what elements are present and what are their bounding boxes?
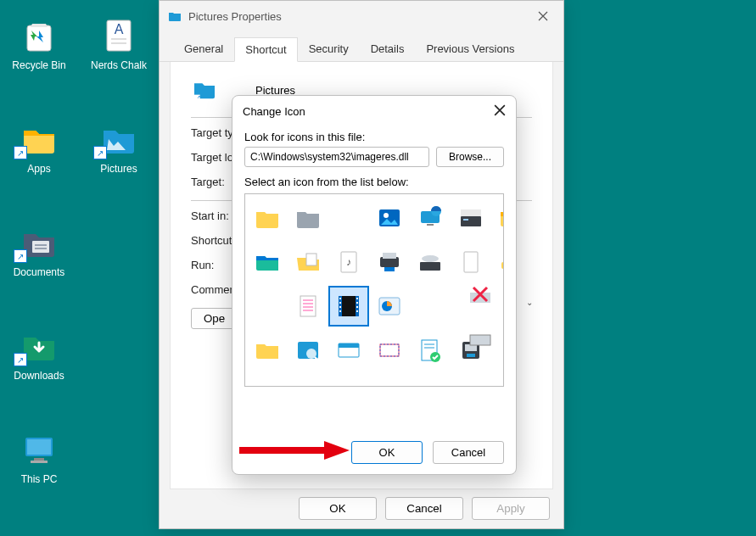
icon-option	[493, 199, 504, 237]
svg-rect-21	[463, 219, 468, 221]
tab-general[interactable]: General	[173, 36, 234, 61]
icon-option	[330, 332, 367, 369]
window-title: Pictures Properties	[188, 10, 282, 23]
change-icon-cancel-button[interactable]: Cancel	[433, 441, 504, 464]
this-pc-icon	[19, 429, 59, 470]
desktop-icon-this-pc[interactable]: This PC	[5, 429, 73, 485]
svg-point-15	[384, 213, 389, 218]
icon-option-selected	[330, 288, 367, 325]
cancel-button[interactable]: Cancel	[385, 497, 463, 520]
svg-rect-44	[356, 302, 358, 304]
svg-rect-45	[356, 306, 358, 308]
icon-option	[371, 199, 408, 237]
desktop-label: Recycle Bin	[5, 59, 73, 71]
desktop-label: Apps	[5, 163, 73, 175]
select-icon-label: Select an icon from the list below:	[244, 176, 504, 188]
chevron-down-icon[interactable]: ⌄	[526, 298, 533, 307]
svg-rect-41	[339, 306, 341, 308]
titlebar[interactable]: Pictures Properties	[160, 1, 563, 31]
svg-rect-19	[461, 216, 481, 226]
svg-rect-38	[342, 296, 356, 316]
desktop-icon-nerds-chalk[interactable]: A Nerds Chalk	[85, 15, 153, 71]
dialog-title: Change Icon	[243, 105, 305, 118]
pictures-folder-icon: ↗	[191, 75, 221, 105]
icon-option	[289, 243, 327, 281]
icon-option	[371, 288, 408, 325]
svg-rect-53	[339, 343, 359, 348]
tab-security[interactable]: Security	[298, 36, 360, 61]
svg-rect-11	[31, 461, 48, 463]
tab-previous-versions[interactable]: Previous Versions	[415, 36, 525, 61]
change-icon-dialog: Change Icon Look for icons in this file:…	[232, 95, 517, 475]
svg-rect-43	[356, 298, 358, 299]
icon-option	[412, 243, 449, 281]
svg-rect-9	[27, 439, 51, 455]
svg-text:A: A	[115, 22, 124, 36]
icon-option	[289, 199, 327, 237]
icon-option	[289, 288, 327, 325]
tab-shortcut[interactable]: Shortcut	[234, 37, 297, 62]
text-file-icon: A	[98, 15, 139, 56]
browse-button[interactable]: Browse...	[436, 147, 504, 167]
svg-rect-5	[32, 241, 49, 253]
icon-option	[330, 199, 367, 237]
shortcut-arrow-icon: ↗	[14, 146, 27, 159]
recycle-bin-icon	[19, 15, 59, 56]
icon-option	[249, 376, 286, 387]
svg-rect-32	[300, 296, 316, 316]
desktop-label: Nerds Chalk	[85, 59, 153, 71]
close-button[interactable]	[494, 104, 506, 119]
dialog-titlebar[interactable]: Change Icon	[232, 96, 516, 127]
icon-option	[249, 199, 286, 237]
svg-rect-10	[34, 458, 44, 461]
icon-option	[412, 332, 449, 369]
svg-rect-20	[461, 209, 481, 216]
svg-rect-30	[464, 252, 478, 272]
svg-point-29	[422, 255, 439, 262]
icon-path-input[interactable]	[244, 147, 429, 167]
svg-rect-26	[383, 253, 396, 259]
close-button[interactable]	[526, 4, 560, 28]
svg-rect-39	[339, 298, 341, 299]
icon-option	[289, 332, 327, 369]
ok-button[interactable]: OK	[299, 497, 377, 520]
desktop-label: This PC	[5, 473, 73, 485]
change-icon-ok-button[interactable]: OK	[351, 441, 423, 464]
svg-rect-65	[470, 335, 490, 345]
apply-button[interactable]: Apply	[472, 497, 550, 520]
svg-text:↗: ↗	[197, 94, 200, 99]
svg-rect-27	[384, 267, 395, 271]
open-file-location-button[interactable]: Ope	[191, 308, 238, 329]
icon-option	[412, 199, 449, 237]
icon-option	[249, 243, 286, 281]
svg-rect-54	[380, 344, 399, 356]
look-for-icons-label: Look for icons in this file:	[244, 131, 504, 143]
desktop-label: Documents	[5, 266, 73, 278]
shortcut-arrow-icon: ↗	[14, 249, 27, 263]
desktop-icon-apps[interactable]: ↗ Apps	[5, 119, 73, 175]
svg-rect-28	[420, 262, 440, 271]
icon-option	[452, 199, 490, 237]
desktop-icon-pictures[interactable]: ↗ Pictures	[85, 119, 153, 175]
svg-rect-17	[427, 224, 434, 226]
tab-details[interactable]: Details	[360, 36, 416, 61]
pictures-folder-icon	[168, 9, 182, 23]
svg-rect-31	[501, 262, 504, 269]
properties-footer: OK Cancel Apply	[299, 497, 550, 520]
desktop-icon-recycle-bin[interactable]: Recycle Bin	[5, 15, 73, 71]
svg-rect-46	[356, 310, 358, 312]
icon-option	[249, 288, 286, 325]
icon-option: ♪	[330, 243, 367, 281]
icon-option	[371, 243, 408, 281]
svg-text:♪: ♪	[346, 256, 351, 268]
icon-option	[462, 276, 499, 313]
svg-rect-42	[339, 310, 341, 312]
desktop-icon-documents[interactable]: ↗ Documents	[5, 222, 73, 278]
desktop-icon-downloads[interactable]: ↗ Downloads	[5, 326, 73, 382]
desktop-label: Pictures	[85, 163, 153, 175]
shortcut-arrow-icon: ↗	[14, 353, 27, 366]
svg-rect-22	[306, 254, 316, 265]
shortcut-arrow-icon: ↗	[93, 146, 107, 159]
tabs: General Shortcut Security Details Previo…	[160, 31, 563, 62]
icon-option	[462, 318, 499, 355]
